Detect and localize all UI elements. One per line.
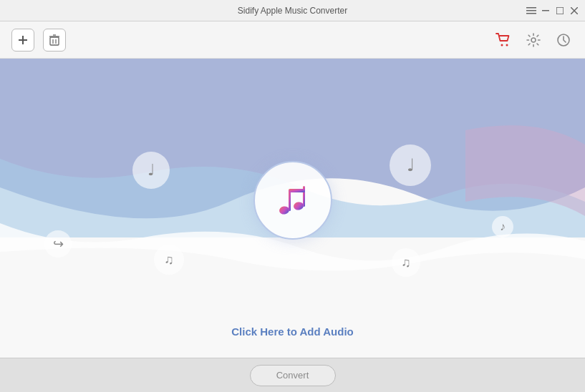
window-controls [526,6,579,16]
svg-rect-23 [289,189,305,192]
svg-point-16 [531,38,536,42]
maximize-button[interactable] [555,6,565,16]
toolbar-left [11,29,66,52]
note-left: ↪ [44,230,72,258]
svg-point-14 [501,44,503,46]
footer: Convert [0,358,585,392]
cart-icon[interactable] [493,30,513,50]
note-bottom-right: ♫ [392,248,420,277]
close-button[interactable] [569,6,579,16]
svg-rect-9 [50,37,59,45]
settings-icon[interactable] [523,30,543,50]
history-icon[interactable] [553,30,574,50]
app-title: Sidify Apple Music Converter [238,6,347,16]
svg-point-20 [293,201,304,210]
convert-button[interactable]: Convert [250,365,336,386]
svg-rect-2 [526,13,536,14]
svg-rect-1 [526,10,536,11]
minimize-button[interactable] [541,6,551,16]
note-top-left: ♩ [132,152,170,189]
add-audio-label[interactable]: Click Here to Add Audio [231,325,354,338]
menu-icon[interactable] [526,6,536,16]
toolbar [0,21,585,59]
svg-point-19 [279,205,290,215]
title-bar: Sidify Apple Music Converter [0,0,585,21]
toolbar-right [493,30,574,50]
delete-button[interactable] [43,29,66,52]
svg-rect-0 [526,7,536,9]
apple-music-icon[interactable] [253,161,332,240]
add-button[interactable] [11,29,34,52]
note-bottom-left: ♫ [154,245,184,275]
note-right: ♪ [492,216,513,237]
main-content[interactable]: ♩ ↪ ♫ ♩ ♪ ♫ [0,59,585,358]
svg-rect-21 [289,190,291,211]
svg-rect-3 [542,10,549,11]
svg-point-15 [506,44,508,46]
note-top-right: ♩ [390,144,431,186]
svg-rect-4 [556,7,564,14]
